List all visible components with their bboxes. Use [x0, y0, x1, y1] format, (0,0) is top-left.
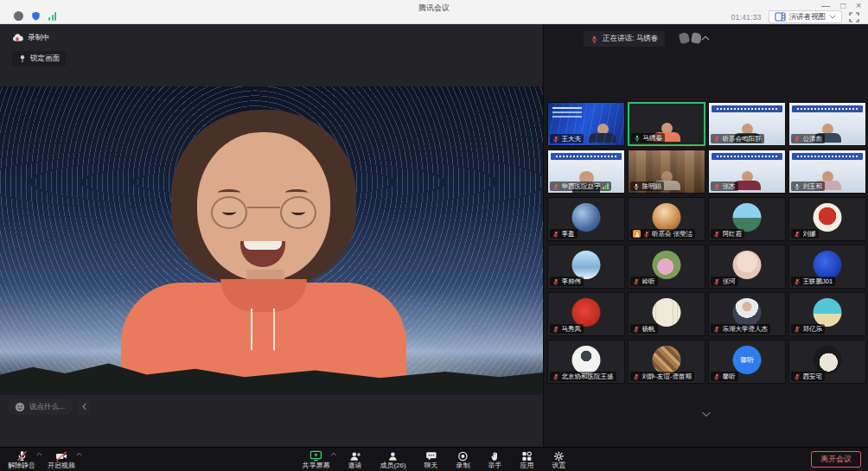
speaker-figure — [121, 110, 406, 395]
participant-namebar: 马绣春 — [631, 133, 665, 143]
meeting-info-icon[interactable] — [14, 11, 23, 21]
close-button[interactable]: × — [856, 1, 861, 10]
camera-off-icon — [55, 451, 67, 461]
participant-tile[interactable]: 张珂 — [708, 245, 786, 289]
participant-tile[interactable]: 李帅伟 — [547, 245, 625, 289]
share-screen-icon — [310, 450, 322, 461]
participant-name: 馨听 — [723, 373, 736, 380]
participant-tile[interactable]: 张杰 — [708, 150, 786, 194]
participant-tile[interactable]: 岭听 — [628, 245, 705, 289]
participant-namebar: 刘娜 — [791, 229, 819, 239]
participant-name: 听基会鸣阳群 — [723, 136, 762, 143]
participant-name: 西安宅 — [803, 373, 823, 380]
participant-tile[interactable]: 阿红霞 — [708, 197, 786, 241]
participant-namebar: 李盈 — [550, 229, 578, 239]
mic-status-icon — [643, 231, 650, 238]
settings-icon — [554, 450, 565, 461]
mic-status-icon — [633, 373, 640, 380]
participant-tile[interactable]: 郑亿乐 — [788, 292, 866, 336]
now-speaking-indicator: 正在讲话: 马绣春 — [584, 31, 665, 47]
invite-button[interactable]: 邀请 — [344, 449, 365, 470]
participant-tile[interactable]: 西安宅 — [788, 340, 866, 384]
record-button[interactable]: 录制 — [453, 449, 474, 470]
chat-button[interactable]: 聊天 — [421, 449, 442, 470]
chat-collapse-button[interactable] — [78, 399, 90, 414]
chevron-up-icon[interactable] — [330, 452, 336, 456]
participant-name: 王大夫 — [562, 136, 582, 143]
participant-tile[interactable]: 马秀凤 — [547, 292, 625, 336]
participant-tile[interactable]: 马绣春 — [628, 102, 705, 146]
cloud-record-icon — [12, 34, 23, 42]
titlebar: 腾讯会议 — □ × 01:41:33 演讲者视图 — [0, 0, 868, 24]
participant-tile[interactable]: 公清彪 — [788, 102, 866, 146]
share-screen-button[interactable]: 共享屏幕 — [298, 449, 333, 470]
participant-tile[interactable]: 听基会鸣阳群 — [708, 102, 786, 146]
window-title: 腾讯会议 — [418, 3, 450, 14]
view-mode-button[interactable]: 演讲者视图 — [769, 10, 843, 23]
participant-tile[interactable]: 乐湖大学聋人杰 — [708, 292, 786, 336]
emoji-smiley-icon[interactable] — [15, 402, 25, 412]
participant-tile[interactable]: 北京协和医院王盛 — [547, 340, 625, 384]
maximize-button[interactable]: □ — [840, 1, 846, 10]
scroll-down-chevron-icon[interactable] — [701, 411, 711, 417]
control-toolbar: 解除静音 开启视频 共享屏幕 邀请 成员(26) 聊天 录制 举手 应用 设置 … — [0, 447, 868, 471]
members-button[interactable]: 成员(26) — [376, 449, 409, 470]
participant-name: 李帅伟 — [562, 278, 582, 285]
avatar — [653, 298, 681, 327]
panel-collapse-chevron-up-icon[interactable] — [701, 35, 710, 41]
network-signal-icon[interactable] — [48, 12, 56, 21]
participant-tile[interactable]: 刘娜 — [788, 197, 866, 241]
pinned-view-badge: 锁定画面 — [12, 51, 66, 67]
start-video-button[interactable]: 开启视频 — [44, 449, 79, 470]
raise-hand-button[interactable]: 举手 — [485, 449, 506, 470]
participant-tile[interactable]: 馨听 馨听 — [708, 340, 786, 384]
participant-tile[interactable]: 刘玉和 — [788, 150, 866, 194]
camera-off-icon — [55, 450, 67, 461]
participant-tile[interactable]: 刘静-友谊-聋苗顺 — [628, 340, 705, 384]
mic-status-icon — [552, 183, 559, 190]
participant-name: 李盈 — [562, 231, 575, 238]
participant-name: 郑亿乐 — [803, 326, 823, 333]
participant-name: 刘娜 — [803, 231, 816, 238]
signal-bars-icon — [603, 183, 609, 189]
participant-name: 张珂 — [723, 278, 736, 285]
participant-name: 岭听 — [642, 278, 655, 285]
minimize-button[interactable]: — — [821, 1, 830, 10]
security-shield-icon[interactable] — [31, 11, 41, 21]
unmute-button[interactable]: 解除静音 — [4, 449, 39, 470]
quick-chat-input[interactable]: 说点什么... — [7, 398, 73, 415]
apps-button[interactable]: 应用 — [517, 449, 538, 470]
participant-namebar: 王大夫 — [550, 134, 584, 143]
participant-figure — [584, 124, 622, 145]
chevron-up-icon[interactable] — [76, 452, 82, 456]
participant-tile[interactable]: 李盈 — [547, 197, 625, 241]
participant-name: 陈明娟 — [642, 183, 662, 190]
participant-tile[interactable]: 陈明娟 — [628, 150, 705, 194]
toolbar-button-label: 共享屏幕 — [302, 462, 329, 470]
mic-status-icon — [633, 183, 640, 190]
settings-button[interactable]: 设置 — [549, 449, 570, 470]
layout-icon — [775, 12, 786, 22]
mic-status-icon — [794, 373, 801, 380]
participant-tile[interactable]: 华西医院赵宇 — [547, 150, 625, 194]
participant-namebar: 张杰 — [711, 181, 738, 191]
participant-tile[interactable]: 王大夫 — [547, 102, 625, 146]
avatar — [733, 298, 762, 327]
view-mode-label: 演讲者视图 — [789, 12, 827, 22]
fullscreen-icon[interactable] — [849, 12, 859, 22]
participant-namebar: 王轶鹏J01 — [791, 277, 835, 286]
meeting-timer: 01:41:33 — [731, 13, 761, 22]
leave-meeting-button[interactable]: 离开会议 — [811, 451, 861, 468]
participant-name: 阿红霞 — [723, 231, 743, 238]
avatar — [814, 346, 842, 374]
participant-tile[interactable]: 杨帆 — [628, 292, 705, 336]
chat-icon — [425, 450, 437, 461]
pinned-speaker-video[interactable] — [0, 86, 543, 395]
participant-tile[interactable]: 王轶鹏J01 — [788, 245, 866, 289]
participant-tile[interactable]: 听基会 张莹洁 — [628, 197, 705, 241]
mic-status-icon — [713, 373, 720, 380]
virtual-background-banner — [551, 153, 622, 160]
participant-namebar: 岭听 — [630, 277, 658, 286]
chevron-up-icon[interactable] — [36, 452, 42, 456]
main-stage: 录制中 锁定画面 说点什么... — [0, 24, 543, 447]
